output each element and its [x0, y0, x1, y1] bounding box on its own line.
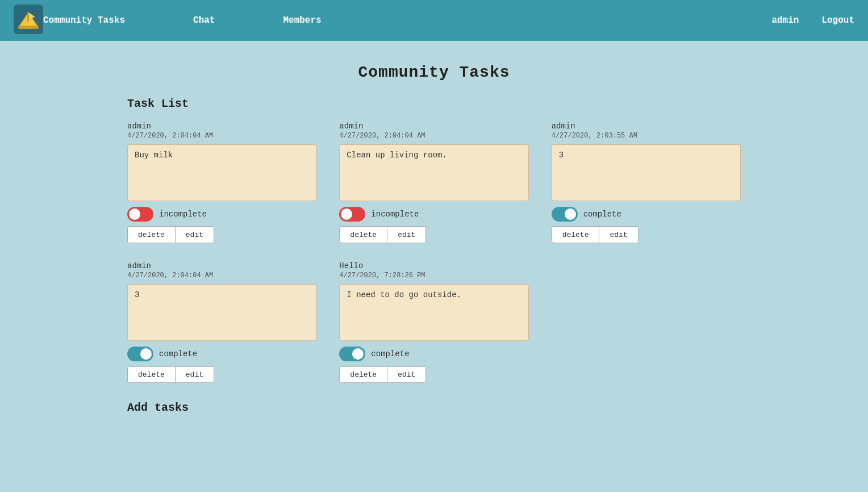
- task-footer: complete delete edit: [127, 347, 316, 383]
- task-author: admin: [339, 122, 528, 131]
- toggle-knob: [129, 209, 140, 220]
- navbar: Community Tasks Chat Members admin Logou…: [0, 0, 868, 41]
- task-author: admin: [127, 122, 316, 131]
- task-content: I need to do go outside.: [339, 284, 528, 341]
- status-label: incomplete: [159, 210, 207, 219]
- task-actions: delete edit: [339, 226, 426, 243]
- task-card: admin 4/27/2020, 2:04:04 AM Clean up liv…: [339, 122, 528, 243]
- delete-button[interactable]: delete: [340, 367, 387, 382]
- task-status-row: incomplete: [127, 207, 316, 222]
- task-card: admin 4/27/2020, 2:03:55 AM 3 complete d…: [552, 122, 741, 243]
- svg-rect-2: [27, 12, 29, 22]
- task-toggle[interactable]: [552, 207, 578, 222]
- task-list-heading: Task List: [122, 97, 746, 110]
- task-actions: delete edit: [127, 226, 214, 243]
- task-card: admin 4/27/2020, 2:04:04 AM Buy milk inc…: [127, 122, 316, 243]
- task-actions: delete edit: [339, 366, 426, 383]
- nav-members[interactable]: Members: [283, 15, 321, 26]
- edit-button[interactable]: edit: [387, 367, 425, 382]
- svg-rect-4: [18, 26, 39, 29]
- task-footer: incomplete delete edit: [127, 207, 316, 243]
- task-footer: complete delete edit: [552, 207, 741, 243]
- edit-button[interactable]: edit: [176, 227, 214, 243]
- task-toggle[interactable]: [339, 347, 365, 361]
- task-actions: delete edit: [552, 226, 639, 243]
- task-author: admin: [127, 261, 316, 270]
- task-content: Buy milk: [127, 144, 316, 201]
- edit-button[interactable]: edit: [176, 367, 214, 382]
- task-footer: incomplete delete edit: [339, 207, 528, 243]
- delete-button[interactable]: delete: [128, 227, 175, 243]
- task-author: Hello: [339, 261, 528, 270]
- nav-links: Community Tasks Chat Members: [43, 15, 771, 26]
- task-date: 4/27/2020, 2:03:55 AM: [552, 132, 741, 140]
- add-tasks-heading: Add tasks: [122, 401, 746, 414]
- task-author: admin: [552, 122, 741, 131]
- page-title: Community Tasks: [122, 64, 746, 81]
- task-status-row: complete: [339, 347, 528, 361]
- task-toggle[interactable]: [127, 207, 153, 222]
- nav-chat[interactable]: Chat: [193, 15, 215, 26]
- task-toggle[interactable]: [339, 207, 365, 222]
- logo: [14, 5, 43, 37]
- task-footer: complete delete edit: [339, 347, 528, 383]
- toggle-knob: [341, 209, 352, 220]
- toggle-knob: [352, 348, 364, 360]
- task-content: Clean up living room.: [339, 144, 528, 201]
- edit-button[interactable]: edit: [387, 227, 425, 243]
- task-toggle[interactable]: [127, 347, 153, 361]
- task-date: 4/27/2020, 2:04:04 AM: [127, 272, 316, 280]
- status-label: complete: [371, 349, 409, 358]
- main-content: Community Tasks Task List admin 4/27/202…: [122, 41, 746, 448]
- status-label: complete: [159, 349, 197, 358]
- task-content: 3: [552, 144, 741, 201]
- task-status-row: incomplete: [339, 207, 528, 222]
- task-content: 3: [127, 284, 316, 341]
- edit-button[interactable]: edit: [599, 227, 637, 243]
- delete-button[interactable]: delete: [552, 227, 599, 243]
- task-grid: admin 4/27/2020, 2:04:04 AM Buy milk inc…: [122, 122, 746, 383]
- nav-right: admin Logout: [771, 15, 854, 26]
- delete-button[interactable]: delete: [340, 227, 387, 243]
- task-status-row: complete: [127, 347, 316, 361]
- task-date: 4/27/2020, 7:28:26 PM: [339, 272, 528, 280]
- delete-button[interactable]: delete: [128, 367, 175, 382]
- task-actions: delete edit: [127, 366, 214, 383]
- task-card: admin 4/27/2020, 2:04:04 AM 3 complete d…: [127, 261, 316, 383]
- task-date: 4/27/2020, 2:04:04 AM: [339, 132, 528, 140]
- status-label: complete: [583, 210, 621, 219]
- status-label: incomplete: [371, 210, 419, 219]
- nav-community-tasks[interactable]: Community Tasks: [43, 15, 125, 26]
- task-status-row: complete: [552, 207, 741, 222]
- task-date: 4/27/2020, 2:04:04 AM: [127, 132, 316, 140]
- task-card: Hello 4/27/2020, 7:28:26 PM I need to do…: [339, 261, 528, 383]
- nav-username: admin: [771, 15, 799, 26]
- toggle-knob: [565, 209, 576, 220]
- logout-button[interactable]: Logout: [821, 15, 854, 26]
- toggle-knob: [140, 348, 152, 360]
